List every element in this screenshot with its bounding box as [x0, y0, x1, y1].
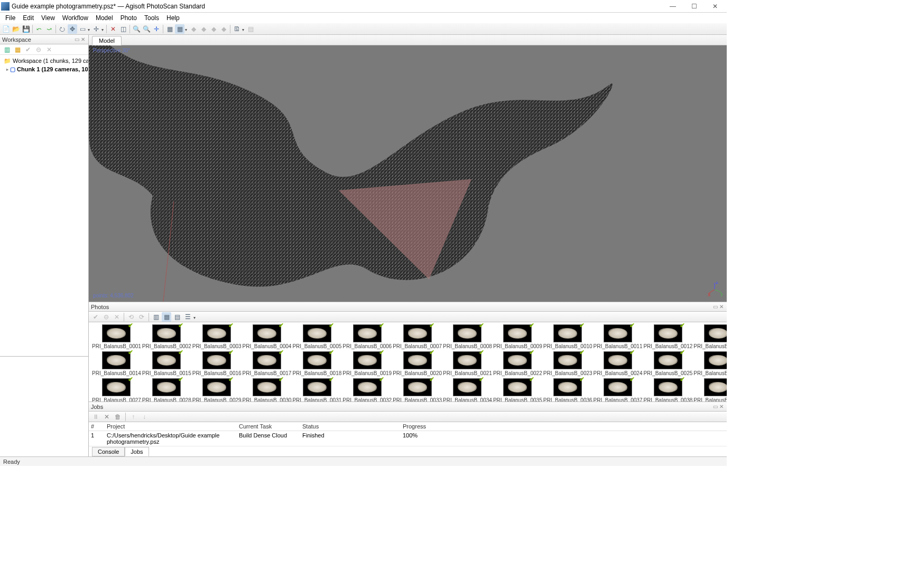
photo-thumb[interactable]: ✔PRI_BalanusB_0019: [342, 351, 392, 376]
photo-thumb[interactable]: ✔PRI_BalanusB_0011: [594, 324, 643, 349]
table-row[interactable]: 1 C:/Users/hendricks/Desktop/Guide examp…: [89, 431, 727, 446]
tab-console[interactable]: Console: [92, 447, 125, 456]
pause-job-icon[interactable]: ⏸: [91, 412, 100, 422]
photo-thumb[interactable]: ✔PRI_BalanusB_0025: [643, 351, 692, 376]
view-small-icon[interactable]: ▥: [151, 312, 161, 322]
photo-thumb[interactable]: ✔PRI_BalanusB_0027: [92, 378, 141, 402]
view-medium-icon[interactable]: ▦: [162, 312, 171, 322]
photo-thumb[interactable]: ✔PRI_BalanusB_0002: [142, 324, 191, 349]
photo-thumb[interactable]: ✔PRI_BalanusB_0022: [493, 351, 542, 376]
maximize-button[interactable]: ☐: [683, 1, 705, 12]
photo-thumb[interactable]: ✔PRI_BalanusB_0018: [292, 351, 341, 376]
add-photos-icon[interactable]: ▦: [13, 45, 22, 54]
photo-thumb[interactable]: ✔PRI_BalanusB_0021: [443, 351, 492, 376]
photo-thumb[interactable]: ✔PRI_BalanusB_0006: [342, 324, 392, 349]
tree-root[interactable]: 📁 Workspace (1 chunks, 129 cameras): [2, 57, 86, 65]
view-pointcloud-icon[interactable]: ▦: [175, 24, 184, 34]
disable-icon[interactable]: ⊖: [34, 45, 43, 54]
move-down-icon[interactable]: ↓: [140, 412, 149, 422]
crop-icon[interactable]: ◫: [118, 24, 128, 34]
tab-model[interactable]: Model: [92, 36, 122, 45]
col-num[interactable]: #: [91, 423, 107, 430]
photo-thumb[interactable]: ✔PRI_BalanusB_0030: [243, 378, 292, 402]
remove-photos-icon[interactable]: ✕: [112, 312, 122, 322]
float-icon[interactable]: ▭: [712, 404, 718, 409]
workspace-tree[interactable]: 📁 Workspace (1 chunks, 129 cameras) ▸ ▢ …: [0, 55, 88, 356]
save-button[interactable]: 💾: [21, 24, 31, 34]
photos-grid[interactable]: ✔PRI_BalanusB_0001✔PRI_BalanusB_0002✔PRI…: [89, 322, 727, 402]
photo-thumb[interactable]: ✔PRI_BalanusB_0037: [594, 378, 643, 402]
photo-thumb[interactable]: ✔PRI_BalanusB_0036: [543, 378, 592, 402]
zoom-reset-icon[interactable]: ✛: [152, 24, 161, 34]
photo-thumb[interactable]: ✔PRI_BalanusB_0012: [643, 324, 692, 349]
photo-thumb[interactable]: ✔PRI_BalanusB_0009: [493, 324, 542, 349]
photo-thumb[interactable]: ✔PRI_BalanusB_0008: [443, 324, 492, 349]
photo-thumb[interactable]: ✔PRI_BalanusB_0023: [543, 351, 592, 376]
view-details-icon[interactable]: ☰: [183, 312, 192, 322]
photo-thumb[interactable]: ✔PRI_BalanusB_0033: [393, 378, 442, 402]
minimize-button[interactable]: —: [662, 1, 683, 12]
zoom-in-icon[interactable]: 🔍: [132, 24, 141, 34]
move-tool[interactable]: ✢: [91, 24, 101, 34]
menu-help[interactable]: Help: [163, 13, 183, 23]
move-up-icon[interactable]: ↑: [128, 412, 138, 422]
photo-thumb[interactable]: ✔PRI_BalanusB_0001: [92, 324, 141, 349]
photo-thumb[interactable]: ✔PRI_BalanusB_0005: [292, 324, 341, 349]
photo-thumb[interactable]: ✔PRI_BalanusB_0038: [643, 378, 692, 402]
photo-thumb[interactable]: ✔PRI_BalanusB_0024: [594, 351, 643, 376]
redo-button[interactable]: ⤻: [44, 24, 54, 34]
menu-file[interactable]: File: [2, 13, 18, 23]
menu-view[interactable]: View: [38, 13, 58, 23]
show-texture-icon[interactable]: ▤: [246, 24, 255, 34]
photo-thumb[interactable]: ✔PRI_BalanusB_0039: [693, 378, 727, 402]
close-panel-icon[interactable]: ✕: [718, 304, 725, 310]
tab-jobs[interactable]: Jobs: [125, 447, 149, 456]
view-large-icon[interactable]: ▤: [172, 312, 182, 322]
close-panel-icon[interactable]: ✕: [718, 404, 725, 409]
view-right-icon[interactable]: ◆: [199, 24, 208, 34]
photo-thumb[interactable]: ✔PRI_BalanusB_0026: [693, 351, 727, 376]
rotate-right-icon[interactable]: ⟳: [137, 312, 146, 322]
photo-thumb[interactable]: ✔PRI_BalanusB_0013: [693, 324, 727, 349]
add-chunk-icon[interactable]: ▥: [2, 45, 12, 54]
close-panel-icon[interactable]: ✕: [80, 36, 86, 42]
photo-thumb[interactable]: ✔PRI_BalanusB_0034: [443, 378, 492, 402]
menu-workflow[interactable]: Workflow: [59, 13, 91, 23]
col-status[interactable]: Status: [302, 423, 403, 430]
photo-thumb[interactable]: ✔PRI_BalanusB_0028: [142, 378, 191, 402]
photo-thumb[interactable]: ✔PRI_BalanusB_0007: [393, 324, 442, 349]
photo-thumb[interactable]: ✔PRI_BalanusB_0016: [192, 351, 242, 376]
photo-thumb[interactable]: ✔PRI_BalanusB_0032: [342, 378, 392, 402]
photo-thumb[interactable]: ✔PRI_BalanusB_0014: [92, 351, 141, 376]
photo-thumb[interactable]: ✔PRI_BalanusB_0017: [243, 351, 292, 376]
float-icon[interactable]: ▭: [712, 304, 718, 310]
open-button[interactable]: 📂: [11, 24, 21, 34]
remove-icon[interactable]: ✕: [44, 45, 54, 54]
zoom-out-icon[interactable]: 🔍: [142, 24, 151, 34]
photo-thumb[interactable]: ✔PRI_BalanusB_0004: [243, 324, 292, 349]
col-progress[interactable]: Progress: [403, 423, 614, 430]
view-front-icon[interactable]: ◆: [219, 24, 228, 34]
disable-photos-icon[interactable]: ⊖: [101, 312, 111, 322]
menu-photo[interactable]: Photo: [117, 13, 140, 23]
view-left-icon[interactable]: ◆: [189, 24, 198, 34]
enable-photos-icon[interactable]: ✔: [91, 312, 100, 322]
col-task[interactable]: Current Task: [239, 423, 302, 430]
pointer-tool[interactable]: ⭮: [58, 24, 67, 34]
model-viewport[interactable]: Perspective 30° points: 4,536,802 z y x: [89, 45, 727, 302]
rotate-left-icon[interactable]: ⟲: [126, 312, 136, 322]
tree-chunk[interactable]: ▸ ▢ Chunk 1 (129 cameras, 102,771 points…: [2, 65, 86, 73]
enable-icon[interactable]: ✔: [23, 45, 33, 54]
undo-button[interactable]: ⤺: [34, 24, 44, 34]
cancel-job-icon[interactable]: ✕: [102, 412, 112, 422]
view-grid-icon[interactable]: ▦: [165, 24, 174, 34]
menu-model[interactable]: Model: [92, 13, 116, 23]
photo-thumb[interactable]: ✔PRI_BalanusB_0029: [192, 378, 242, 402]
photo-thumb[interactable]: ✔PRI_BalanusB_0035: [493, 378, 542, 402]
photo-thumb[interactable]: ✔PRI_BalanusB_0010: [543, 324, 592, 349]
rect-select-tool[interactable]: ▭: [78, 24, 87, 34]
show-cameras-icon[interactable]: 🖻: [232, 24, 242, 34]
float-icon[interactable]: ▭: [73, 36, 80, 42]
delete-job-icon[interactable]: 🗑: [113, 412, 123, 422]
delete-icon[interactable]: ✕: [108, 24, 118, 34]
